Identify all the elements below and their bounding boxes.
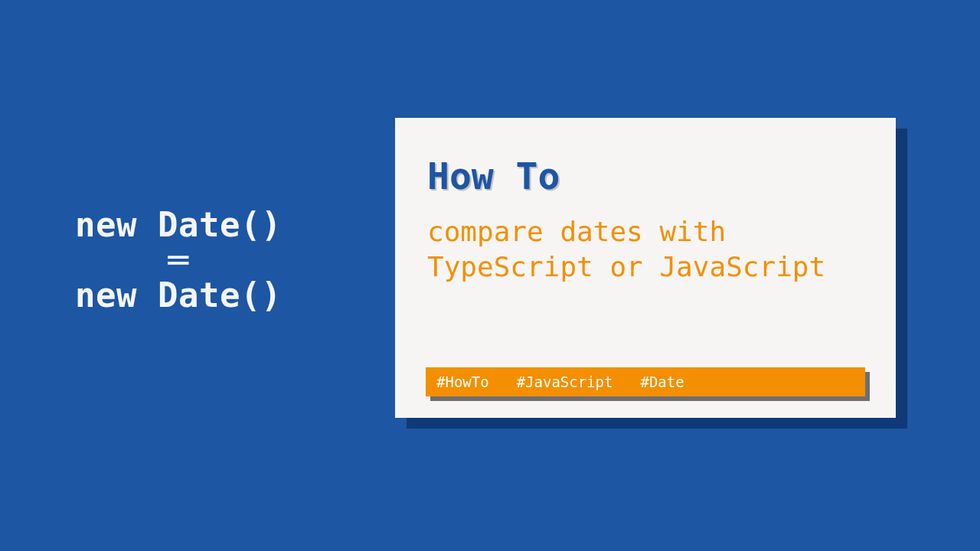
equals-symbol: ═ bbox=[75, 243, 282, 277]
code-line-2: new Date() bbox=[75, 276, 282, 315]
title-card: How To compare dates with TypeScript or … bbox=[395, 118, 896, 418]
tag-bar: #HowTo #JavaScript #Date bbox=[426, 367, 865, 396]
code-snippet: new Date() ═ new Date() bbox=[75, 205, 282, 315]
card-heading: How To bbox=[427, 155, 864, 197]
tag-date: #Date bbox=[640, 373, 684, 390]
code-line-1: new Date() bbox=[75, 205, 282, 244]
tag-howto: #HowTo bbox=[436, 373, 489, 390]
card-subtitle: compare dates with TypeScript or JavaScr… bbox=[427, 214, 864, 285]
tag-javascript: #JavaScript bbox=[517, 373, 613, 390]
